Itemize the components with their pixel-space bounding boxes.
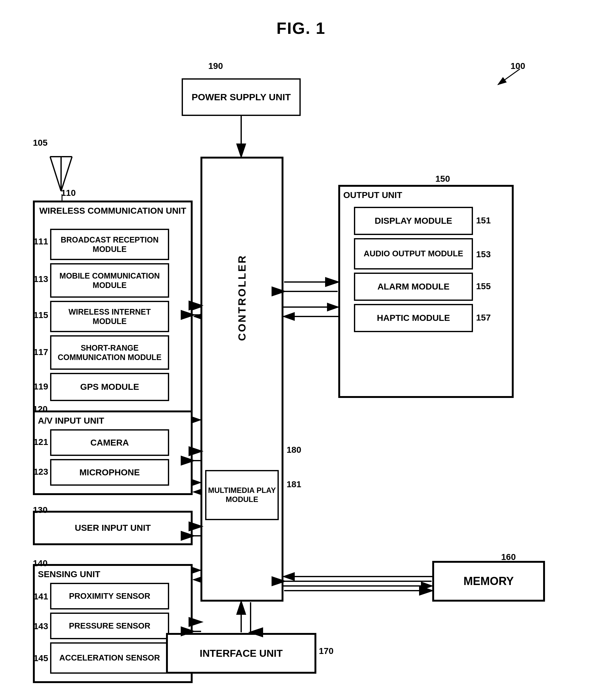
camera-box: CAMERA <box>50 429 169 456</box>
ref-140: 140 <box>33 558 48 568</box>
pressure-sensor-box: PRESSURE SENSOR <box>50 612 169 639</box>
acceleration-sensor-box: ACCELERATION SENSOR <box>50 642 169 674</box>
diagram: FIG. 1 <box>0 0 602 700</box>
ref-145: 145 <box>33 653 48 663</box>
svg-line-18 <box>50 157 61 191</box>
audio-output-box: AUDIO OUTPUT MODULE <box>354 238 473 270</box>
ref-181: 181 <box>287 479 301 490</box>
microphone-box: MICROPHONE <box>50 459 169 486</box>
interface-unit-box: INTERFACE UNIT <box>166 633 316 674</box>
memory-box: MEMORY <box>432 561 545 602</box>
ref-143: 143 <box>33 621 48 631</box>
ref-155: 155 <box>476 281 491 292</box>
ref-113: 113 <box>33 274 48 284</box>
ref-150: 150 <box>435 174 450 184</box>
ref-105: 105 <box>33 138 48 148</box>
ref-119: 119 <box>33 382 48 392</box>
svg-line-19 <box>61 157 72 191</box>
user-input-box: USER INPUT UNIT <box>33 511 193 545</box>
ref-130: 130 <box>33 505 48 515</box>
figure-title: FIG. 1 <box>277 19 325 38</box>
ref-115: 115 <box>33 310 48 320</box>
multimedia-box: MULTIMEDIA PLAY MODULE <box>205 470 279 520</box>
ref-117: 117 <box>33 347 48 357</box>
ref-151: 151 <box>476 216 491 226</box>
display-module-box: DISPLAY MODULE <box>354 207 473 235</box>
svg-line-17 <box>498 69 520 84</box>
ref-190: 190 <box>208 61 223 71</box>
antenna-symbol <box>49 138 74 196</box>
alarm-module-box: ALARM MODULE <box>354 273 473 301</box>
gps-box: GPS MODULE <box>50 373 169 401</box>
power-supply-box: POWER SUPPLY UNIT <box>182 78 301 116</box>
ref-120: 120 <box>33 404 48 414</box>
ref-121: 121 <box>33 437 48 447</box>
ref-160: 160 <box>501 552 516 562</box>
proximity-sensor-box: PROXIMITY SENSOR <box>50 583 169 609</box>
wireless-internet-box: WIRELESS INTERNET MODULE <box>50 301 169 332</box>
broadcast-box: BROADCAST RECEPTION MODULE <box>50 229 169 260</box>
mobile-comm-box: MOBILE COMMUNICATION MODULE <box>50 263 169 298</box>
controller-label: CONTROLLER <box>201 157 284 439</box>
ref-180: 180 <box>287 445 301 455</box>
ref-141: 141 <box>33 592 48 602</box>
ref100-arrow <box>489 66 526 91</box>
ref-111: 111 <box>33 236 48 247</box>
ref-153: 153 <box>476 249 491 259</box>
short-range-box: SHORT-RANGE COMMUNICATION MODULE <box>50 335 169 370</box>
ref-123: 123 <box>33 467 48 477</box>
ref-157: 157 <box>476 313 491 323</box>
ref-170: 170 <box>319 646 334 656</box>
haptic-module-box: HAPTIC MODULE <box>354 304 473 332</box>
